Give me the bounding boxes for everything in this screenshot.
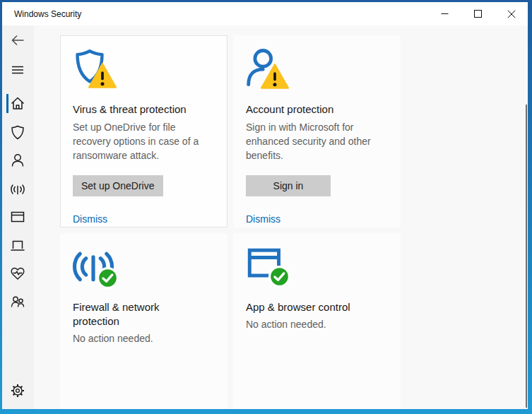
- back-button[interactable]: [9, 32, 26, 49]
- window-controls: [428, 2, 528, 25]
- warning-triangle-icon: [260, 63, 290, 93]
- heart-pulse-icon: [9, 265, 26, 282]
- card-description: Set up OneDrive for file recovery option…: [73, 120, 215, 162]
- sidebar-item-home[interactable]: [9, 95, 26, 112]
- menu-button[interactable]: [9, 61, 26, 78]
- virus-threat-icon-block: [71, 47, 128, 93]
- family-icon: [9, 293, 26, 310]
- close-button[interactable]: [495, 2, 528, 25]
- settings-gear-icon: [9, 382, 26, 399]
- window-body: Virus & threat protection Set up OneDriv…: [2, 25, 528, 409]
- card-virus-threat-protection[interactable]: Virus & threat protection Set up OneDriv…: [60, 35, 227, 227]
- sidebar-item-settings[interactable]: [9, 382, 26, 399]
- minimize-button[interactable]: [428, 2, 461, 25]
- card-title: App & browser control: [246, 300, 374, 314]
- warning-triangle-icon: [88, 62, 117, 93]
- sidebar-item-app-browser[interactable]: [9, 208, 26, 225]
- sign-in-button[interactable]: Sign in: [246, 175, 331, 196]
- maximize-icon: [474, 10, 482, 18]
- browser-window-icon: [9, 208, 26, 225]
- person-icon: [9, 152, 26, 169]
- card-description: Sign in with Microsoft for enhanced secu…: [246, 120, 388, 162]
- sidebar-item-firewall[interactable]: [9, 180, 26, 197]
- firewall-icon-block: [71, 245, 128, 290]
- dismiss-link[interactable]: Dismiss: [246, 213, 280, 225]
- app-browser-icon-block: [244, 245, 301, 290]
- menu-icon: [9, 61, 26, 78]
- main-content: Virus & threat protection Set up OneDriv…: [34, 25, 528, 409]
- sidebar-item-account[interactable]: [9, 152, 26, 169]
- maximize-button[interactable]: [461, 2, 495, 25]
- setup-onedrive-button[interactable]: Set up OneDrive: [73, 175, 163, 196]
- back-arrow-icon: [9, 32, 26, 49]
- network-signal-icon: [9, 180, 26, 197]
- card-title: Firewall & network protection: [73, 300, 201, 329]
- card-title: Account protection: [246, 102, 374, 117]
- close-icon: [507, 10, 516, 18]
- sidebar-item-device-security[interactable]: [9, 237, 26, 254]
- card-status: No action needed.: [73, 333, 215, 344]
- sidebar-item-family-options[interactable]: [9, 293, 26, 310]
- card-title: Virus & threat protection: [73, 102, 201, 117]
- minimize-icon: [441, 10, 449, 18]
- sidebar: [2, 25, 34, 409]
- sidebar-item-device-health[interactable]: [9, 265, 26, 282]
- check-badge-icon: [96, 266, 119, 292]
- windows-security-window: Windows Security: [2, 2, 528, 409]
- account-icon-block: [244, 47, 301, 93]
- titlebar: Windows Security: [2, 2, 528, 25]
- card-account-protection[interactable]: Account protection Sign in with Microsof…: [233, 35, 401, 227]
- check-badge-icon: [268, 265, 291, 291]
- card-status: No action needed.: [246, 319, 388, 330]
- laptop-icon: [9, 237, 26, 254]
- dismiss-link[interactable]: Dismiss: [73, 213, 107, 225]
- card-app-browser-control[interactable]: App & browser control No action needed.: [233, 233, 401, 409]
- sidebar-selected-indicator: [6, 94, 8, 113]
- window-frame: Windows Security: [0, 0, 532, 414]
- shield-icon: [9, 124, 26, 141]
- home-icon: [9, 95, 26, 112]
- card-firewall-network-protection[interactable]: Firewall & network protection No action …: [60, 233, 227, 409]
- vertical-scrollbar-thumb[interactable]: [526, 105, 527, 408]
- window-title: Windows Security: [14, 9, 81, 19]
- sidebar-item-virus-threat[interactable]: [9, 124, 26, 141]
